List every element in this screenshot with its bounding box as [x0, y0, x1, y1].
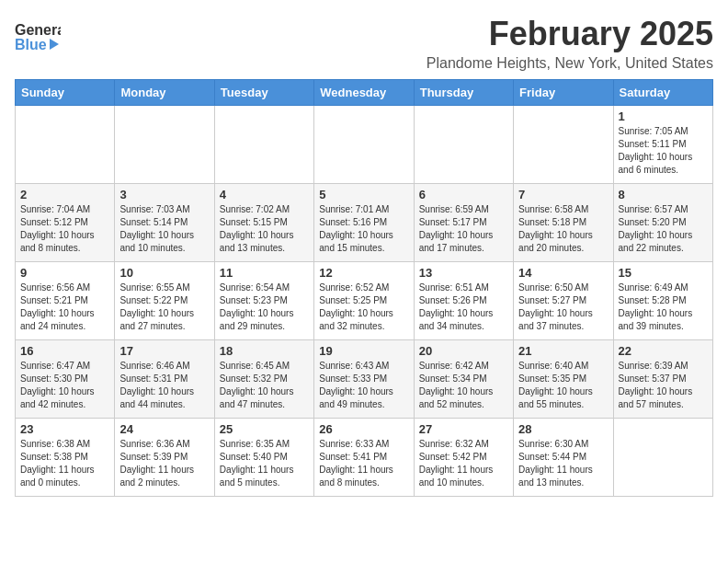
- calendar-week-1: 1Sunrise: 7:05 AM Sunset: 5:11 PM Daylig…: [16, 106, 713, 184]
- day-number: 6: [419, 188, 508, 201]
- calendar-cell: 20Sunrise: 6:42 AM Sunset: 5:34 PM Dayli…: [414, 340, 513, 419]
- month-title: February 2025: [427, 15, 713, 53]
- calendar-week-2: 2Sunrise: 7:04 AM Sunset: 5:12 PM Daylig…: [16, 184, 713, 262]
- calendar-cell: 1Sunrise: 7:05 AM Sunset: 5:11 PM Daylig…: [613, 106, 712, 184]
- svg-text:Blue: Blue: [15, 37, 47, 52]
- day-info: Sunrise: 6:58 AM Sunset: 5:18 PM Dayligh…: [518, 203, 608, 255]
- day-number: 4: [220, 188, 309, 201]
- day-number: 15: [619, 266, 708, 280]
- calendar-cell: 17Sunrise: 6:46 AM Sunset: 5:31 PM Dayli…: [115, 340, 214, 419]
- calendar-cell: 10Sunrise: 6:55 AM Sunset: 5:22 PM Dayli…: [115, 262, 214, 340]
- day-number: 3: [119, 188, 209, 201]
- day-info: Sunrise: 7:03 AM Sunset: 5:14 PM Dayligh…: [119, 203, 209, 255]
- day-number: 8: [619, 188, 708, 201]
- location-title: Plandome Heights, New York, United State…: [427, 55, 713, 72]
- logo: General Blue: [15, 18, 61, 59]
- day-number: 19: [319, 344, 408, 358]
- day-info: Sunrise: 7:05 AM Sunset: 5:11 PM Dayligh…: [619, 125, 708, 177]
- day-info: Sunrise: 6:46 AM Sunset: 5:31 PM Dayligh…: [119, 360, 209, 411]
- svg-marker-2: [50, 39, 59, 50]
- day-info: Sunrise: 6:47 AM Sunset: 5:30 PM Dayligh…: [20, 360, 109, 411]
- day-number: 17: [119, 344, 209, 358]
- calendar-week-4: 16Sunrise: 6:47 AM Sunset: 5:30 PM Dayli…: [16, 340, 713, 419]
- day-info: Sunrise: 6:50 AM Sunset: 5:27 PM Dayligh…: [518, 282, 608, 333]
- day-number: 24: [119, 422, 209, 436]
- calendar-cell: [514, 106, 613, 184]
- day-info: Sunrise: 6:30 AM Sunset: 5:44 PM Dayligh…: [518, 438, 608, 489]
- calendar-cell: 6Sunrise: 6:59 AM Sunset: 5:17 PM Daylig…: [414, 184, 513, 262]
- day-number: 21: [518, 344, 608, 358]
- calendar-cell: [214, 106, 313, 184]
- day-number: 13: [419, 266, 508, 280]
- day-info: Sunrise: 6:59 AM Sunset: 5:17 PM Dayligh…: [419, 203, 508, 255]
- day-info: Sunrise: 6:55 AM Sunset: 5:22 PM Dayligh…: [119, 282, 209, 333]
- weekday-header-wednesday: Wednesday: [314, 80, 414, 106]
- day-number: 9: [20, 266, 109, 280]
- day-info: Sunrise: 7:04 AM Sunset: 5:12 PM Dayligh…: [20, 203, 109, 255]
- day-info: Sunrise: 6:51 AM Sunset: 5:26 PM Dayligh…: [419, 282, 508, 333]
- day-number: 25: [220, 422, 309, 436]
- calendar-cell: 18Sunrise: 6:45 AM Sunset: 5:32 PM Dayli…: [214, 340, 313, 419]
- calendar-cell: 21Sunrise: 6:40 AM Sunset: 5:35 PM Dayli…: [514, 340, 613, 419]
- weekday-header-saturday: Saturday: [613, 80, 712, 106]
- day-info: Sunrise: 6:32 AM Sunset: 5:42 PM Dayligh…: [419, 438, 508, 489]
- day-number: 23: [20, 422, 109, 436]
- calendar-cell: [314, 106, 414, 184]
- weekday-header-sunday: Sunday: [16, 80, 115, 106]
- day-number: 12: [319, 266, 408, 280]
- day-number: 28: [518, 422, 608, 436]
- calendar-week-5: 23Sunrise: 6:38 AM Sunset: 5:38 PM Dayli…: [16, 419, 713, 497]
- day-info: Sunrise: 6:35 AM Sunset: 5:40 PM Dayligh…: [220, 438, 309, 489]
- calendar-cell: 28Sunrise: 6:30 AM Sunset: 5:44 PM Dayli…: [514, 419, 613, 497]
- calendar-cell: 9Sunrise: 6:56 AM Sunset: 5:21 PM Daylig…: [16, 262, 115, 340]
- day-info: Sunrise: 6:39 AM Sunset: 5:37 PM Dayligh…: [619, 360, 708, 411]
- day-info: Sunrise: 6:40 AM Sunset: 5:35 PM Dayligh…: [518, 360, 608, 411]
- calendar-table: SundayMondayTuesdayWednesdayThursdayFrid…: [15, 79, 713, 497]
- day-info: Sunrise: 7:01 AM Sunset: 5:16 PM Dayligh…: [319, 203, 408, 255]
- calendar-cell: 12Sunrise: 6:52 AM Sunset: 5:25 PM Dayli…: [314, 262, 414, 340]
- calendar-cell: [613, 419, 712, 497]
- weekday-header-friday: Friday: [514, 80, 613, 106]
- calendar-cell: 7Sunrise: 6:58 AM Sunset: 5:18 PM Daylig…: [514, 184, 613, 262]
- weekday-header-tuesday: Tuesday: [214, 80, 313, 106]
- calendar-cell: 23Sunrise: 6:38 AM Sunset: 5:38 PM Dayli…: [16, 419, 115, 497]
- calendar-cell: [115, 106, 214, 184]
- calendar-cell: 25Sunrise: 6:35 AM Sunset: 5:40 PM Dayli…: [214, 419, 313, 497]
- weekday-header-monday: Monday: [115, 80, 214, 106]
- calendar-cell: 16Sunrise: 6:47 AM Sunset: 5:30 PM Dayli…: [16, 340, 115, 419]
- calendar-cell: 27Sunrise: 6:32 AM Sunset: 5:42 PM Dayli…: [414, 419, 513, 497]
- day-info: Sunrise: 6:49 AM Sunset: 5:28 PM Dayligh…: [619, 282, 708, 333]
- day-info: Sunrise: 6:36 AM Sunset: 5:39 PM Dayligh…: [119, 438, 209, 489]
- calendar-cell: 24Sunrise: 6:36 AM Sunset: 5:39 PM Dayli…: [115, 419, 214, 497]
- calendar-cell: [16, 106, 115, 184]
- day-number: 27: [419, 422, 508, 436]
- day-number: 14: [518, 266, 608, 280]
- day-info: Sunrise: 7:02 AM Sunset: 5:15 PM Dayligh…: [220, 203, 309, 255]
- day-info: Sunrise: 6:52 AM Sunset: 5:25 PM Dayligh…: [319, 282, 408, 333]
- calendar-cell: [414, 106, 513, 184]
- day-number: 1: [619, 109, 708, 123]
- calendar-cell: 11Sunrise: 6:54 AM Sunset: 5:23 PM Dayli…: [214, 262, 313, 340]
- day-number: 10: [119, 266, 209, 280]
- day-info: Sunrise: 6:43 AM Sunset: 5:33 PM Dayligh…: [319, 360, 408, 411]
- day-info: Sunrise: 6:57 AM Sunset: 5:20 PM Dayligh…: [619, 203, 708, 255]
- calendar-header-row: SundayMondayTuesdayWednesdayThursdayFrid…: [16, 80, 713, 106]
- day-number: 26: [319, 422, 408, 436]
- logo-icon: General Blue: [15, 18, 61, 59]
- day-info: Sunrise: 6:33 AM Sunset: 5:41 PM Dayligh…: [319, 438, 408, 489]
- day-number: 16: [20, 344, 109, 358]
- calendar-cell: 3Sunrise: 7:03 AM Sunset: 5:14 PM Daylig…: [115, 184, 214, 262]
- calendar-cell: 4Sunrise: 7:02 AM Sunset: 5:15 PM Daylig…: [214, 184, 313, 262]
- day-number: 11: [220, 266, 309, 280]
- calendar-cell: 13Sunrise: 6:51 AM Sunset: 5:26 PM Dayli…: [414, 262, 513, 340]
- day-number: 7: [518, 188, 608, 201]
- weekday-header-thursday: Thursday: [414, 80, 513, 106]
- calendar-cell: 15Sunrise: 6:49 AM Sunset: 5:28 PM Dayli…: [613, 262, 712, 340]
- calendar-cell: 2Sunrise: 7:04 AM Sunset: 5:12 PM Daylig…: [16, 184, 115, 262]
- day-info: Sunrise: 6:42 AM Sunset: 5:34 PM Dayligh…: [419, 360, 508, 411]
- day-number: 18: [220, 344, 309, 358]
- calendar-cell: 26Sunrise: 6:33 AM Sunset: 5:41 PM Dayli…: [314, 419, 414, 497]
- page-header: General Blue February 2025 Plandome Heig…: [15, 15, 713, 72]
- calendar-cell: 5Sunrise: 7:01 AM Sunset: 5:16 PM Daylig…: [314, 184, 414, 262]
- day-info: Sunrise: 6:45 AM Sunset: 5:32 PM Dayligh…: [220, 360, 309, 411]
